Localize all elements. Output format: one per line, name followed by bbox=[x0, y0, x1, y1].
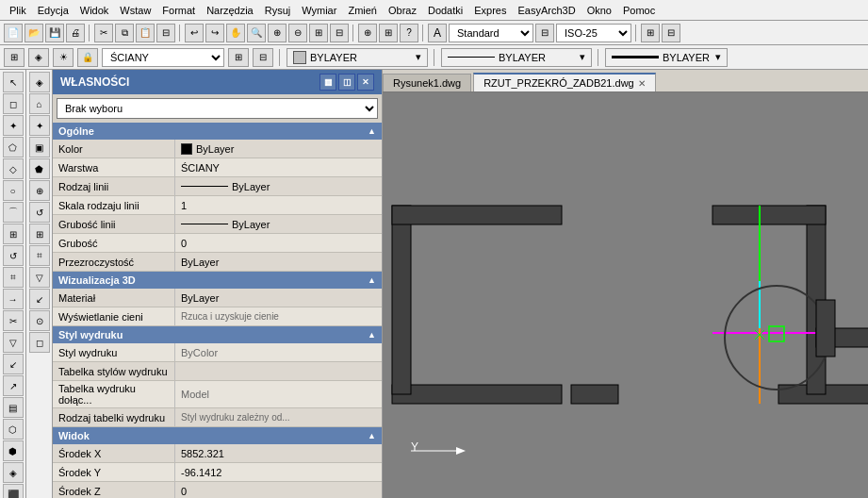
insert-block-btn[interactable]: ⊕ bbox=[358, 24, 377, 42]
tool2-home[interactable]: ⌂ bbox=[29, 93, 50, 114]
iso-dropdown[interactable]: ISO-25 bbox=[556, 24, 631, 42]
layer-extra2[interactable]: ⊟ bbox=[253, 48, 273, 67]
tool2-hatch2[interactable]: ⌗ bbox=[29, 245, 50, 266]
tool2-star[interactable]: ✦ bbox=[29, 115, 50, 136]
prop-value-warstwa[interactable]: ŚCIANY bbox=[175, 158, 382, 176]
layer-icon1[interactable]: ☀ bbox=[53, 48, 74, 67]
tool2-diamond2[interactable]: ⬟ bbox=[29, 158, 50, 179]
tool-target[interactable]: ◈ bbox=[3, 462, 24, 483]
copy-btn[interactable]: ⧉ bbox=[115, 24, 134, 42]
menu-wstaw[interactable]: Wstaw bbox=[114, 3, 156, 18]
tool-fill[interactable]: ⬛ bbox=[3, 484, 24, 498]
menu-easyarch[interactable]: EasyArch3D bbox=[512, 3, 581, 18]
menu-wymiar[interactable]: Wymiar bbox=[296, 3, 342, 18]
tool-arrow[interactable]: ↖ bbox=[3, 72, 24, 92]
tool2-down2[interactable]: ▽ bbox=[29, 267, 50, 288]
zoom-prev-btn[interactable]: ⊟ bbox=[330, 24, 349, 42]
tool-scissors[interactable]: ✂ bbox=[3, 310, 24, 331]
menu-plik[interactable]: Plik bbox=[4, 3, 32, 18]
section-wizualizacja[interactable]: Wizualizacja 3D ▲ bbox=[53, 272, 382, 289]
menu-format[interactable]: Format bbox=[156, 3, 201, 18]
menu-expres[interactable]: Expres bbox=[468, 3, 512, 18]
tool2-rotate2[interactable]: ↺ bbox=[29, 202, 50, 223]
prop-value-rodzaj-linii[interactable]: ByLayer bbox=[175, 177, 382, 195]
tab-rysunek1[interactable]: Rysunek1.dwg bbox=[383, 74, 471, 91]
menu-okno[interactable]: Okno bbox=[581, 3, 617, 18]
tool-arc[interactable]: ⌒ bbox=[3, 202, 24, 223]
prop-value-skala[interactable]: 1 bbox=[175, 196, 382, 214]
match-btn[interactable]: ⊟ bbox=[156, 24, 175, 42]
section-styl-wydruku[interactable]: Styl wydruku ▲ bbox=[53, 326, 382, 343]
menu-rysuj[interactable]: Rysuj bbox=[259, 3, 297, 18]
tool-down[interactable]: ▽ bbox=[3, 332, 24, 353]
print-btn[interactable]: 🖨 bbox=[66, 24, 85, 42]
tool-layer[interactable]: ▤ bbox=[3, 397, 24, 418]
lineweight-bylayer[interactable]: BYLAYER ▾ bbox=[605, 48, 728, 67]
prop-value-material[interactable]: ByLayer bbox=[175, 289, 382, 307]
tool-diag1[interactable]: ↙ bbox=[3, 354, 24, 374]
layer-select[interactable]: ŚCIANY bbox=[102, 48, 224, 67]
tool-hex2[interactable]: ⬢ bbox=[3, 440, 24, 461]
tool-hex[interactable]: ⬡ bbox=[3, 419, 24, 440]
open-btn[interactable]: 📂 bbox=[25, 24, 43, 42]
prop-icon-close[interactable]: ✕ bbox=[357, 74, 374, 91]
tool2-target[interactable]: ◈ bbox=[29, 72, 50, 92]
menu-zmien[interactable]: Zmień bbox=[342, 3, 383, 18]
tool-polygon[interactable]: ⬠ bbox=[3, 137, 24, 158]
layer-icon2[interactable]: 🔒 bbox=[77, 48, 98, 67]
style-dropdown[interactable]: Standard bbox=[449, 24, 533, 42]
tool2-dot2[interactable]: ⊙ bbox=[29, 310, 50, 331]
pan-btn[interactable]: ✋ bbox=[226, 24, 245, 42]
tool-diag2[interactable]: ↗ bbox=[3, 375, 24, 396]
prop-value-cienie[interactable]: Rzuca i uzyskuje cienie bbox=[175, 307, 382, 325]
tool-grid[interactable]: ⊞ bbox=[3, 224, 24, 244]
extra-btn1[interactable]: ⊞ bbox=[641, 24, 660, 42]
prop-value-przezroczystosc[interactable]: ByLayer bbox=[175, 253, 382, 271]
tool2-diag3[interactable]: ↙ bbox=[29, 289, 50, 309]
new-btn[interactable]: 📄 bbox=[4, 24, 23, 42]
dim-style-btn[interactable]: ⊟ bbox=[535, 24, 554, 42]
prop-value-srodek-y[interactable]: -96.1412 bbox=[175, 463, 382, 481]
text-style-btn[interactable]: A bbox=[428, 24, 447, 42]
tool-circle[interactable]: ○ bbox=[3, 180, 24, 201]
save-btn[interactable]: 💾 bbox=[45, 24, 64, 42]
zoom-in-btn[interactable]: ⊕ bbox=[268, 24, 287, 42]
section-ogolne[interactable]: Ogólne ▲ bbox=[53, 123, 382, 140]
zoom-out-btn[interactable]: ⊖ bbox=[288, 24, 307, 42]
prop-icon-2[interactable]: ◫ bbox=[338, 74, 355, 91]
tab-rzut[interactable]: RZUT_PRZEKRÓ_ZADB21.dwg ✕ bbox=[473, 73, 656, 91]
prop-value-styl-wydruku[interactable]: ByColor bbox=[175, 343, 382, 361]
prop-value-tabelka-dolac[interactable]: Model bbox=[175, 381, 382, 407]
menu-obraz[interactable]: Obraz bbox=[383, 3, 422, 18]
zoom-window-btn[interactable]: 🔍 bbox=[247, 24, 266, 42]
linetype-bylayer[interactable]: BYLAYER ▾ bbox=[441, 48, 592, 67]
menu-narzedzia[interactable]: Narzędzia bbox=[201, 3, 259, 18]
color-bylayer[interactable]: BYLAYER ▾ bbox=[287, 48, 428, 67]
layer-manager-btn[interactable]: ⊞ bbox=[4, 48, 25, 67]
cut-btn[interactable]: ✂ bbox=[94, 24, 113, 42]
menu-edycja[interactable]: Edycja bbox=[32, 3, 74, 18]
tool-star[interactable]: ✦ bbox=[3, 115, 24, 136]
tool-hatch[interactable]: ⌗ bbox=[3, 267, 24, 288]
tool-rotate[interactable]: ↺ bbox=[3, 245, 24, 266]
extra-btn2[interactable]: ⊟ bbox=[662, 24, 680, 42]
tool2-grid3[interactable]: ⊞ bbox=[29, 224, 50, 244]
canvas-area[interactable]: Y bbox=[383, 92, 868, 498]
xref-btn[interactable]: ⊞ bbox=[379, 24, 398, 42]
help-btn[interactable]: ? bbox=[400, 24, 418, 42]
tool2-plus2[interactable]: ⊕ bbox=[29, 180, 50, 201]
selection-dropdown[interactable]: Brak wyboru bbox=[57, 98, 378, 119]
menu-dodatki[interactable]: Dodatki bbox=[422, 3, 468, 18]
prop-icon-1[interactable]: ▦ bbox=[319, 74, 336, 91]
menu-widok[interactable]: Widok bbox=[74, 3, 115, 18]
section-widok[interactable]: Widok ▲ bbox=[53, 427, 382, 444]
menu-pomoc[interactable]: Pomoc bbox=[617, 3, 661, 18]
prop-value-grubosc[interactable]: 0 bbox=[175, 234, 382, 252]
zoom-all-btn[interactable]: ⊞ bbox=[309, 24, 328, 42]
tab-rzut-close[interactable]: ✕ bbox=[638, 78, 646, 89]
prop-value-kolor[interactable]: ByLayer bbox=[175, 140, 382, 158]
undo-btn[interactable]: ↩ bbox=[185, 24, 204, 42]
prop-value-tabelka[interactable] bbox=[175, 362, 382, 380]
prop-value-grubosc-linii[interactable]: ByLayer bbox=[175, 215, 382, 233]
tool2-rect2[interactable]: ◻ bbox=[29, 332, 50, 353]
